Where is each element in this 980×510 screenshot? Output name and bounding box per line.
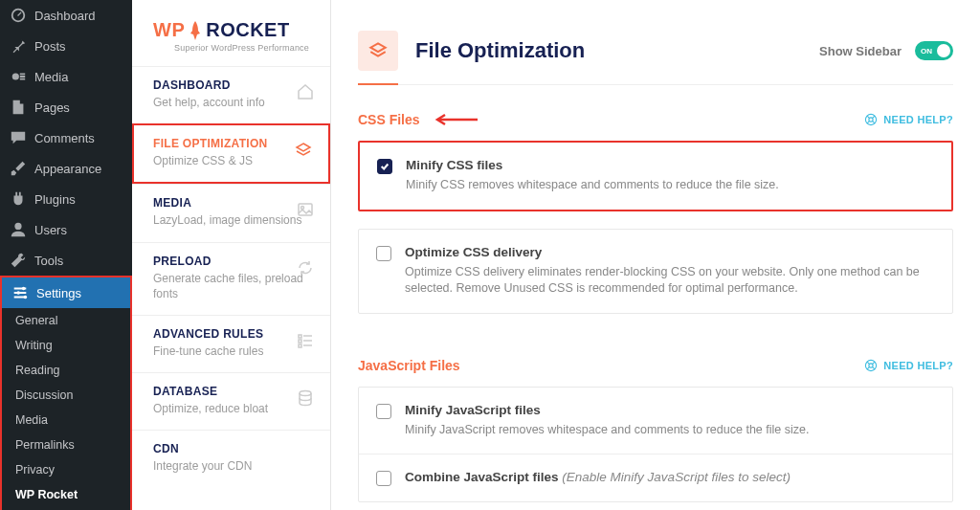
sidebar-item-plugins[interactable]: Plugins [0, 184, 132, 214]
rocket-icon [189, 21, 202, 40]
rocket-nav-media[interactable]: MEDIA LazyLoad, image dimensions [132, 184, 330, 241]
option-minify-css[interactable]: Minify CSS files Minify CSS removes whit… [360, 143, 951, 210]
need-help-link[interactable]: NEED HELP? [864, 359, 953, 372]
need-help-label: NEED HELP? [883, 360, 953, 371]
option-title-hint: (Enable Minify JavaScript files to selec… [562, 470, 791, 484]
sidebar-item-pages[interactable]: Pages [0, 92, 132, 122]
logo-rocket: ROCKET [206, 19, 289, 41]
svg-point-0 [12, 73, 19, 79]
rocket-nav-database[interactable]: DATABASE Optimize, reduce bloat [132, 372, 330, 430]
checkbox-minify-css[interactable] [377, 159, 392, 174]
rn-title: ADVANCED RULES [153, 327, 309, 341]
sidebar-label: Media [34, 70, 68, 84]
option-title: Combine JavaScript files (Enable Minify … [405, 470, 935, 484]
layers-icon [358, 31, 398, 71]
section-title-text: JavaScript Files [358, 358, 460, 373]
option-optimize-css[interactable]: Optimize CSS delivery Optimize CSS deliv… [359, 230, 952, 313]
sidebar-label: Dashboard [34, 9, 96, 23]
rocket-nav-cdn[interactable]: CDN Integrate your CDN [132, 430, 330, 487]
rn-desc: Optimize, reduce bloat [153, 401, 309, 416]
sidebar-item-posts[interactable]: Posts [0, 31, 132, 61]
sidebar-label: Pages [34, 100, 70, 115]
svg-line-27 [873, 366, 876, 369]
svg-point-3 [16, 291, 20, 295]
rn-desc: Integrate your CDN [153, 458, 309, 474]
comment-icon [10, 129, 27, 146]
sidebar-item-dashboard[interactable]: Dashboard [0, 0, 132, 31]
rocket-nav-preload[interactable]: PRELOAD Generate cache files, preload fo… [132, 242, 330, 315]
option-optimize-css-group: Optimize CSS delivery Optimize CSS deliv… [358, 229, 953, 314]
database-icon [296, 388, 315, 408]
sidebar-label: Users [34, 223, 67, 237]
sub-reading[interactable]: Reading [2, 358, 130, 383]
list-icon [296, 331, 315, 350]
media-icon [10, 68, 27, 85]
checkbox-combine-js[interactable] [376, 471, 391, 486]
option-title: Minify JavaScript files [405, 403, 935, 417]
lifebuoy-icon [864, 113, 878, 126]
sidebar-item-tools[interactable]: Tools [0, 245, 132, 276]
rn-desc: Optimize CSS & JS [153, 153, 307, 168]
sub-wp-rocket[interactable]: WP Rocket [2, 482, 130, 507]
sidebar-item-users[interactable]: Users [0, 214, 132, 245]
sub-privacy[interactable]: Privacy [2, 457, 130, 482]
plug-icon [10, 190, 27, 208]
sidebar-item-media[interactable]: Media [0, 61, 132, 92]
sub-media[interactable]: Media [2, 408, 130, 432]
sidebar-item-appearance[interactable]: Appearance [0, 153, 132, 184]
rocket-nav-dashboard[interactable]: DASHBOARD Get help, account info [132, 66, 330, 123]
page-header: File Optimization Show Sidebar ON [358, 0, 953, 85]
svg-point-1 [14, 223, 21, 230]
toggle-knob [937, 44, 950, 57]
rn-title: MEDIA [153, 196, 309, 210]
checkbox-optimize-css[interactable] [376, 246, 391, 261]
show-sidebar-toggle[interactable]: ON [915, 41, 953, 60]
svg-rect-10 [299, 344, 301, 347]
gauge-icon [10, 7, 27, 24]
option-minify-js[interactable]: Minify JavaScript files Minify JavaScrip… [359, 388, 952, 455]
sidebar-label: Comments [34, 131, 95, 145]
need-help-link[interactable]: NEED HELP? [864, 113, 953, 126]
logo-wp: WP [153, 19, 185, 41]
sidebar-label: Tools [34, 254, 63, 268]
sidebar-item-settings[interactable]: Settings [2, 277, 130, 308]
svg-line-21 [873, 121, 876, 123]
svg-rect-6 [299, 204, 312, 215]
rn-desc: Get help, account info [153, 95, 309, 110]
arrow-annotation-icon [434, 113, 478, 126]
need-help-label: NEED HELP? [883, 114, 953, 125]
sub-permalinks[interactable]: Permalinks [2, 432, 130, 457]
rn-title: DASHBOARD [153, 78, 309, 92]
header-underline [358, 83, 398, 85]
sub-discussion[interactable]: Discussion [2, 383, 130, 408]
page-title: File Optimization [415, 38, 585, 63]
option-minify-css-group: Minify CSS files Minify CSS removes whit… [358, 141, 953, 211]
refresh-icon [296, 258, 315, 277]
home-icon [296, 82, 315, 101]
main-panel: File Optimization Show Sidebar ON CSS Fi… [331, 0, 980, 510]
user-icon [10, 221, 27, 238]
option-desc: Minify JavaScript removes whitespace and… [405, 422, 935, 439]
lifebuoy-icon [864, 359, 878, 372]
rn-title: FILE OPTIMIZATION [153, 137, 307, 150]
sidebar-label: Posts [34, 39, 66, 54]
sidebar-label: Plugins [34, 192, 76, 207]
section-header-css: CSS Files NEED HELP? [358, 112, 953, 127]
svg-rect-9 [299, 340, 301, 343]
option-title: Minify CSS files [406, 158, 934, 172]
sidebar-label: Settings [36, 286, 81, 300]
svg-line-25 [873, 361, 876, 364]
check-icon [380, 162, 390, 171]
sub-general[interactable]: General [2, 308, 130, 333]
wp-admin-sidebar: Dashboard Posts Media Pages Comments App… [0, 0, 132, 510]
rocket-nav-file-optimization[interactable]: FILE OPTIMIZATION Optimize CSS & JS [132, 123, 330, 184]
checkbox-minify-js[interactable] [376, 404, 391, 419]
option-combine-js[interactable]: Combine JavaScript files (Enable Minify … [359, 454, 952, 501]
sub-writing[interactable]: Writing [2, 333, 130, 358]
svg-line-20 [867, 121, 870, 123]
settings-subgroup-highlight: Settings General Writing Reading Discuss… [0, 276, 132, 510]
rn-desc: Fine-tune cache rules [153, 344, 309, 359]
sidebar-item-comments[interactable]: Comments [0, 122, 132, 153]
rocket-nav-advanced-rules[interactable]: ADVANCED RULES Fine-tune cache rules [132, 315, 330, 372]
rn-title: DATABASE [153, 385, 309, 398]
